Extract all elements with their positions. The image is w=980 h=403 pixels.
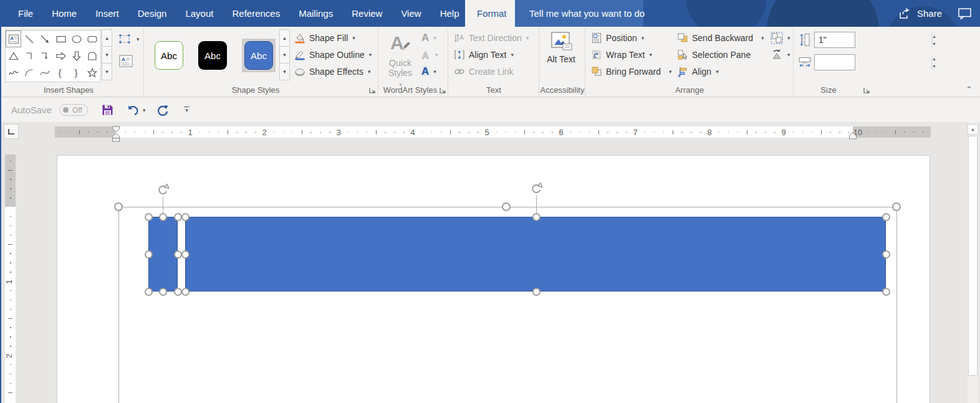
comments-icon[interactable] — [958, 8, 971, 19]
tab-design[interactable]: Design — [128, 0, 176, 27]
shape-style-preview-2[interactable]: Abc — [198, 41, 227, 70]
shape-resize-handle[interactable] — [181, 213, 190, 221]
text-direction-button[interactable]: A Text Direction▾ — [454, 31, 529, 45]
shape-snip-corner-rectangle-icon[interactable] — [85, 47, 100, 64]
text-outline-button[interactable]: A ▾ — [421, 48, 438, 62]
shape-elbow-arrow-connector-icon[interactable] — [37, 47, 53, 64]
shape-styles-dialog-launcher[interactable] — [368, 87, 376, 94]
shape-resize-handle[interactable] — [532, 288, 540, 296]
height-down-spinner[interactable]: ▼ — [932, 40, 936, 47]
shape-resize-handle[interactable] — [174, 213, 182, 221]
vertical-ruler[interactable]: 12 — [5, 154, 16, 403]
create-link-button[interactable]: Create Link — [454, 65, 514, 78]
shape-block-arrow-right-icon[interactable] — [53, 47, 69, 64]
right-indent-marker[interactable] — [848, 132, 858, 140]
tab-stop-selector[interactable] — [4, 124, 19, 139]
vertical-scrollbar-thumb[interactable] — [968, 136, 978, 376]
wordart-dialog-launcher[interactable] — [439, 87, 446, 94]
edit-shape-button[interactable]: ▾ — [118, 32, 140, 46]
canvas-selection-handle[interactable] — [502, 202, 511, 211]
shape-resize-handle[interactable] — [181, 250, 190, 258]
quick-styles-button[interactable]: A Quick Styles ▾ — [384, 31, 416, 89]
tab-layout[interactable]: Layout — [176, 0, 223, 27]
shape-line-icon[interactable] — [21, 31, 37, 47]
shape-elbow-connector-icon[interactable] — [21, 47, 37, 64]
shape-resize-handle[interactable] — [145, 250, 153, 258]
shape-height-input[interactable] — [815, 32, 931, 47]
shape-text-box-icon[interactable]: A — [6, 31, 21, 47]
wrap-text-button[interactable]: Wrap Text▾ — [591, 48, 652, 62]
tab-review[interactable]: Review — [342, 0, 392, 27]
shape-style-preview-1[interactable]: Abc — [155, 41, 183, 70]
align-button[interactable]: Align▾ — [677, 65, 719, 78]
position-button[interactable]: Position▾ — [591, 31, 644, 45]
tab-format[interactable]: Format — [465, 0, 519, 27]
styles-scroll-down[interactable]: ▼ — [279, 46, 290, 64]
shape-style-preview-3-selected[interactable]: Abc — [244, 41, 273, 70]
shape-scribble-icon[interactable] — [6, 65, 21, 82]
rotate-handle-small-shape[interactable] — [156, 183, 170, 197]
collapse-ribbon-chevron[interactable]: ⌃ — [966, 85, 973, 94]
undo-icon[interactable] — [127, 105, 140, 116]
share-button[interactable]: Share — [898, 7, 942, 20]
shape-oval-icon[interactable] — [69, 31, 84, 47]
shape-resize-handle[interactable] — [882, 288, 890, 296]
shape-star-icon[interactable] — [85, 65, 100, 82]
canvas-selection-handle[interactable] — [892, 202, 901, 211]
group-objects-button[interactable]: ▾ — [771, 31, 790, 45]
shape-width-input[interactable] — [815, 55, 931, 70]
styles-scroll-up[interactable]: ▲ — [279, 29, 290, 47]
shape-block-arrow-down-icon[interactable] — [69, 47, 84, 64]
rotate-handle-large-shape[interactable] — [529, 182, 543, 196]
shape-left-brace-icon[interactable]: { — [53, 65, 69, 82]
shape-rounded-rectangle-icon[interactable] — [85, 31, 100, 47]
rotate-objects-button[interactable]: ▾ — [771, 48, 790, 62]
shape-resize-handle[interactable] — [181, 288, 190, 296]
tab-insert[interactable]: Insert — [86, 0, 128, 27]
gallery-scroll-down[interactable]: ▼ — [102, 46, 112, 64]
draw-text-box-button[interactable]: A — [118, 54, 133, 68]
alt-text-button[interactable]: Alt Text — [545, 32, 577, 65]
selection-pane-button[interactable]: Selection Pane — [677, 48, 751, 62]
shape-resize-handle[interactable] — [174, 288, 182, 296]
tab-home[interactable]: Home — [42, 0, 86, 27]
shape-resize-handle[interactable] — [174, 250, 182, 258]
shape-arc-icon[interactable] — [21, 65, 37, 82]
redo-icon[interactable] — [156, 104, 169, 116]
width-up-spinner[interactable]: ▲ — [932, 55, 936, 62]
shape-rectangle-icon[interactable] — [53, 31, 69, 47]
tab-view[interactable]: View — [392, 0, 430, 27]
bring-forward-button[interactable]: Bring Forward▾ — [591, 65, 671, 78]
shape-triangle-icon[interactable] — [6, 47, 21, 64]
shape-resize-handle[interactable] — [882, 213, 890, 221]
autosave-toggle[interactable]: Off — [59, 104, 88, 116]
styles-more-button[interactable]: ▼ — [279, 63, 290, 80]
send-backward-button[interactable]: Send Backward▾ — [677, 31, 764, 45]
align-text-button[interactable]: Align Text▾ — [454, 48, 514, 62]
tab-help[interactable]: Help — [431, 0, 469, 27]
shape-effects-button[interactable]: Shape Effects▾ — [294, 65, 370, 78]
shape-resize-handle[interactable] — [145, 213, 153, 221]
scrollbar-up-button[interactable]: ▲ — [968, 124, 978, 135]
width-down-spinner[interactable]: ▼ — [932, 62, 936, 70]
shape-resize-handle[interactable] — [882, 250, 890, 258]
selected-rectangle-small[interactable] — [148, 217, 178, 292]
tab-references[interactable]: References — [223, 0, 289, 27]
shape-arrow-icon[interactable] — [37, 31, 53, 47]
tab-mailings[interactable]: Mailings — [289, 0, 342, 27]
shape-resize-handle[interactable] — [159, 213, 167, 221]
text-effects-button[interactable]: A▾ — [421, 65, 436, 78]
undo-dropdown-caret[interactable]: ▾ — [142, 107, 146, 113]
save-icon[interactable] — [102, 104, 113, 116]
indent-markers[interactable] — [111, 126, 121, 142]
size-dialog-launcher[interactable] — [863, 87, 870, 94]
shape-curve-icon[interactable] — [37, 65, 53, 82]
canvas-selection-handle[interactable] — [114, 202, 123, 211]
shape-outline-button[interactable]: Shape Outline▾ — [294, 48, 372, 62]
horizontal-ruler[interactable]: 12345678910 — [55, 126, 931, 138]
shape-resize-handle[interactable] — [145, 288, 153, 296]
shape-right-brace-icon[interactable]: } — [69, 65, 84, 82]
qat-overflow-button[interactable]: ▾ — [184, 107, 190, 114]
shape-fill-button[interactable]: Shape Fill▾ — [294, 31, 355, 45]
text-fill-button[interactable]: A▾ — [421, 31, 436, 45]
